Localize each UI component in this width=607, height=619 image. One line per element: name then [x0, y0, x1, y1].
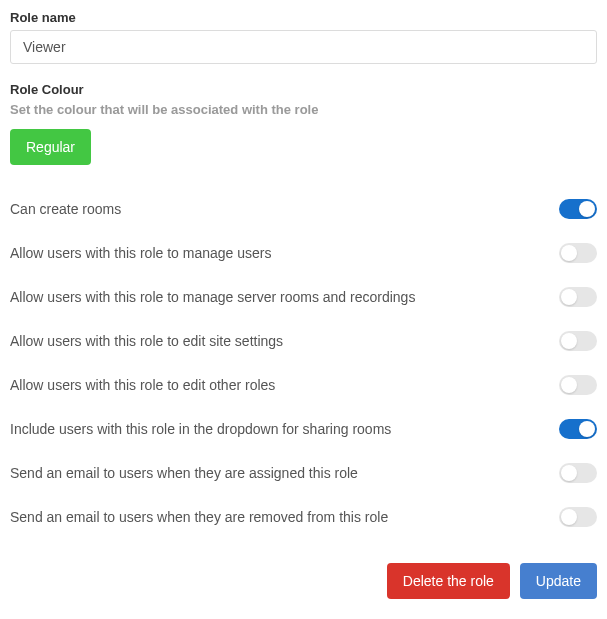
actions-row: Delete the role Update: [10, 563, 597, 599]
permission-row: Send an email to users when they are rem…: [10, 495, 597, 539]
permission-row: Allow users with this role to manage ser…: [10, 275, 597, 319]
permission-label: Send an email to users when they are rem…: [10, 509, 388, 525]
permission-label: Allow users with this role to manage ser…: [10, 289, 415, 305]
permission-toggle-manage-server-rooms[interactable]: [559, 287, 597, 307]
permission-toggle-email-assigned[interactable]: [559, 463, 597, 483]
permission-row: Allow users with this role to manage use…: [10, 231, 597, 275]
delete-role-button[interactable]: Delete the role: [387, 563, 510, 599]
role-colour-label: Role Colour: [10, 82, 597, 97]
permission-toggle-manage-users[interactable]: [559, 243, 597, 263]
role-name-section: Role name: [10, 10, 597, 64]
permission-row: Send an email to users when they are ass…: [10, 451, 597, 495]
permission-toggle-share-dropdown[interactable]: [559, 419, 597, 439]
role-colour-button[interactable]: Regular: [10, 129, 91, 165]
permission-row: Include users with this role in the drop…: [10, 407, 597, 451]
role-name-label: Role name: [10, 10, 597, 25]
update-button[interactable]: Update: [520, 563, 597, 599]
permission-toggle-email-removed[interactable]: [559, 507, 597, 527]
permission-toggle-edit-other-roles[interactable]: [559, 375, 597, 395]
permission-label: Allow users with this role to edit site …: [10, 333, 283, 349]
permission-row: Allow users with this role to edit site …: [10, 319, 597, 363]
role-name-input[interactable]: [10, 30, 597, 64]
role-colour-section: Role Colour Set the colour that will be …: [10, 82, 597, 165]
permission-row: Can create rooms: [10, 187, 597, 231]
permission-row: Allow users with this role to edit other…: [10, 363, 597, 407]
role-colour-help: Set the colour that will be associated w…: [10, 102, 597, 117]
permission-label: Allow users with this role to manage use…: [10, 245, 271, 261]
permission-label: Allow users with this role to edit other…: [10, 377, 275, 393]
permission-label: Include users with this role in the drop…: [10, 421, 391, 437]
permission-toggle-create-rooms[interactable]: [559, 199, 597, 219]
permission-label: Can create rooms: [10, 201, 121, 217]
permission-label: Send an email to users when they are ass…: [10, 465, 358, 481]
permissions-list: Can create rooms Allow users with this r…: [10, 187, 597, 539]
permission-toggle-edit-site-settings[interactable]: [559, 331, 597, 351]
